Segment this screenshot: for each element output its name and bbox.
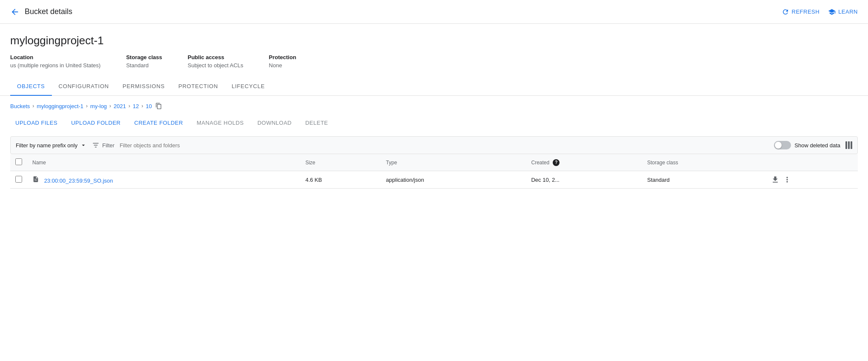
table-row: 23:00:00_23:59:59_SO.json 4.6 KB applica… [10, 171, 858, 189]
tab-objects[interactable]: OBJECTS [10, 77, 52, 95]
breadcrumb-sep-2: › [86, 103, 88, 109]
delete-button[interactable]: DELETE [300, 116, 333, 129]
refresh-button[interactable]: REFRESH [782, 8, 820, 16]
col-bar-1 [845, 141, 847, 149]
tab-lifecycle[interactable]: LIFECYCLE [225, 77, 271, 95]
breadcrumb-10: 10 [146, 103, 152, 109]
show-deleted-container: Show deleted data [774, 141, 840, 149]
th-checkbox [10, 154, 27, 171]
show-deleted-label: Show deleted data [794, 142, 840, 149]
breadcrumb-2021[interactable]: 2021 [114, 103, 126, 109]
file-icon [32, 176, 39, 183]
breadcrumb-sep-5: › [142, 103, 143, 109]
tab-permissions[interactable]: PERMISSIONS [116, 77, 171, 95]
row-download-button[interactable] [771, 175, 779, 184]
location-value: us (multiple regions in United States) [10, 62, 100, 69]
row-created: Dec 10, 2... [526, 171, 642, 189]
breadcrumb-project[interactable]: myloggingproject-1 [37, 103, 83, 109]
filter-prefix-dropdown[interactable]: Filter by name prefix only [16, 142, 87, 149]
th-actions [766, 154, 858, 171]
toggle-slider [774, 141, 791, 149]
download-button[interactable]: DOWNLOAD [252, 116, 297, 129]
tab-protection[interactable]: PROTECTION [171, 77, 225, 95]
public-access-value: Subject to object ACLs [188, 62, 243, 69]
th-name: Name [27, 154, 300, 171]
objects-table: Name Size Type Created ? Storage class [10, 154, 858, 189]
back-button[interactable] [10, 7, 20, 17]
breadcrumb-buckets[interactable]: Buckets [10, 103, 30, 109]
tabs-bar: OBJECTS CONFIGURATION PERMISSIONS PROTEC… [0, 77, 868, 96]
refresh-label: REFRESH [792, 9, 820, 15]
show-deleted-toggle[interactable] [774, 141, 791, 149]
th-storage-class: Storage class [642, 154, 766, 171]
breadcrumb-sep-3: › [109, 103, 111, 109]
meta-location: Location us (multiple regions in United … [10, 54, 100, 69]
protection-value: None [269, 62, 296, 69]
breadcrumb-mylog[interactable]: my-log [90, 103, 107, 109]
row-storage-class: Standard [642, 171, 766, 189]
row-name[interactable]: 23:00:00_23:59:59_SO.json [44, 178, 113, 184]
select-all-checkbox[interactable] [15, 158, 22, 165]
filter-right: Show deleted data [774, 141, 852, 149]
bucket-name: myloggingproject-1 [10, 34, 858, 47]
row-checkbox[interactable] [15, 176, 22, 183]
location-label: Location [10, 54, 100, 60]
filter-left: Filter by name prefix only Filter [16, 141, 222, 149]
breadcrumb-sep-1: › [32, 103, 34, 109]
breadcrumb-12[interactable]: 12 [133, 103, 139, 109]
row-actions-cell [766, 171, 858, 189]
header-left: Bucket details [10, 7, 72, 17]
row-size: 4.6 KB [300, 171, 381, 189]
manage-holds-button[interactable]: MANAGE HOLDS [191, 116, 249, 129]
meta-public-access: Public access Subject to object ACLs [188, 54, 243, 69]
public-access-label: Public access [188, 54, 243, 60]
header: Bucket details REFRESH LEARN [0, 0, 868, 24]
storage-class-label: Storage class [126, 54, 162, 60]
storage-class-value: Standard [126, 62, 162, 69]
header-right: REFRESH LEARN [782, 8, 858, 16]
learn-label: LEARN [838, 9, 858, 15]
row-checkbox-cell [10, 171, 27, 189]
filter-input[interactable] [120, 142, 222, 149]
content-area: Buckets › myloggingproject-1 › my-log › … [0, 96, 868, 195]
col-bar-2 [848, 141, 850, 149]
action-bar: UPLOAD FILES UPLOAD FOLDER CREATE FOLDER… [10, 116, 858, 129]
meta-storage-class: Storage class Standard [126, 54, 162, 69]
filter-icon-button[interactable]: Filter [92, 141, 114, 149]
created-help-icon[interactable]: ? [553, 159, 560, 166]
learn-button[interactable]: LEARN [828, 8, 858, 16]
row-actions [771, 175, 853, 184]
column-layout-button[interactable] [845, 141, 852, 149]
th-type: Type [381, 154, 526, 171]
row-name-cell: 23:00:00_23:59:59_SO.json [27, 171, 300, 189]
upload-files-button[interactable]: UPLOAD FILES [10, 116, 63, 129]
col-bar-3 [851, 141, 852, 149]
bucket-info: myloggingproject-1 Location us (multiple… [0, 24, 868, 69]
page-title: Bucket details [25, 7, 72, 16]
tab-configuration[interactable]: CONFIGURATION [52, 77, 116, 95]
row-more-button[interactable] [783, 175, 791, 184]
create-folder-button[interactable]: CREATE FOLDER [129, 116, 188, 129]
upload-folder-button[interactable]: UPLOAD FOLDER [66, 116, 126, 129]
breadcrumb: Buckets › myloggingproject-1 › my-log › … [10, 103, 858, 109]
filter-row: Filter by name prefix only Filter Show d… [10, 136, 858, 154]
filter-prefix-label: Filter by name prefix only [16, 142, 77, 149]
row-type: application/json [381, 171, 526, 189]
protection-label: Protection [269, 54, 296, 60]
th-created: Created ? [526, 154, 642, 171]
bucket-meta: Location us (multiple regions in United … [10, 54, 858, 69]
meta-protection: Protection None [269, 54, 296, 69]
copy-path-button[interactable] [155, 103, 162, 109]
breadcrumb-sep-4: › [128, 103, 130, 109]
th-size: Size [300, 154, 381, 171]
filter-label: Filter [102, 142, 114, 149]
